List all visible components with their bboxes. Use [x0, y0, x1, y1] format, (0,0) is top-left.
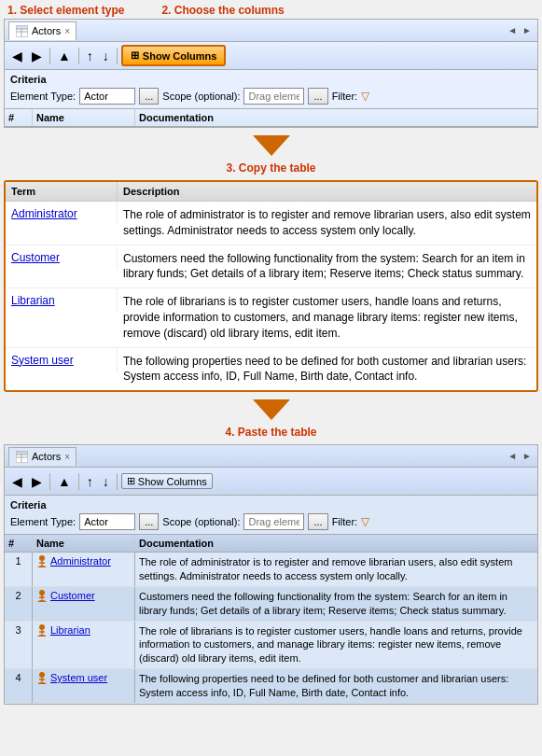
bottom-criteria-bar: Criteria Element Type: ... Scope (option… — [5, 496, 537, 535]
glossary-term[interactable]: Customer — [6, 245, 118, 270]
bottom-nav-next[interactable]: ► — [521, 450, 534, 462]
scope-input[interactable] — [243, 88, 304, 105]
table-header: # Name Documentation — [5, 109, 537, 127]
glossary-col-desc: Description — [118, 182, 536, 201]
criteria-row: Element Type: ... Scope (optional): ... … — [10, 88, 532, 105]
criteria-bar: Criteria Element Type: ... Scope (option… — [5, 70, 537, 109]
actor-icon — [36, 624, 48, 637]
bottom-element-type-input[interactable] — [79, 513, 135, 530]
filter-label: Filter: — [332, 91, 358, 102]
bottom-scope-label: Scope (optional): — [162, 516, 240, 527]
row-doc: The role of administrator is to register… — [135, 553, 537, 586]
show-columns-icon: ⊞ — [131, 49, 139, 62]
glossary-desc: The following properties need to be defi… — [118, 348, 536, 391]
tab-nav-prev[interactable]: ◄ — [506, 24, 519, 36]
bottom-actors-tab[interactable]: Actors × — [8, 447, 76, 466]
row-num: 2 — [5, 587, 33, 621]
row-doc: Customers need the following functionali… — [135, 587, 537, 621]
step2-label: 2. Choose the columns — [161, 4, 284, 17]
bottom-filter-icon: ▽ — [361, 515, 369, 528]
bottom-panel: Actors × ◄ ► ◀ ▶ ▲ ↑ ↓ ⊞ Show Columns Cr… — [4, 444, 538, 705]
tab-close-button[interactable]: × — [64, 26, 70, 36]
glossary-term[interactable]: Administrator — [6, 202, 118, 226]
scope-browse[interactable]: ... — [308, 88, 327, 105]
bottom-scope-browse[interactable]: ... — [308, 513, 327, 530]
svg-point-17 — [39, 672, 45, 678]
bottom-separator3 — [117, 473, 118, 490]
bottom-tab-close[interactable]: × — [64, 452, 70, 462]
table-row: 3 Librarian The role of librarians is to… — [5, 622, 537, 670]
up-button[interactable]: ▲ — [54, 46, 75, 66]
forward-button[interactable]: ▶ — [28, 46, 46, 66]
glossary-rows: Administrator The role of administrator … — [6, 202, 536, 390]
actor-name-link[interactable]: System user — [50, 672, 107, 683]
separator3 — [117, 48, 118, 64]
bottom-up-button[interactable]: ▲ — [54, 471, 75, 492]
row-name: Customer — [33, 587, 135, 621]
table-icon — [15, 24, 28, 37]
top-instructions: 1. Select element type 2. Choose the col… — [0, 0, 542, 19]
glossary-desc: The role of librarians is to register cu… — [118, 288, 536, 346]
svg-point-14 — [39, 624, 45, 630]
glossary-header: Term Description — [6, 182, 536, 202]
actor-name-link[interactable]: Librarian — [50, 624, 90, 636]
element-type-label: Element Type: — [10, 91, 76, 102]
bottom-element-type-label: Element Type: — [10, 516, 76, 527]
table-row: 4 System user The following properties n… — [5, 669, 537, 704]
bottom-back-button[interactable]: ◀ — [8, 471, 26, 492]
bottom-separator2 — [78, 473, 79, 490]
actors-tab[interactable]: Actors × — [8, 21, 76, 40]
row-doc: The role of librarians is to register cu… — [135, 622, 537, 669]
glossary-term[interactable]: System user — [6, 348, 118, 372]
glossary-col-term: Term — [6, 182, 118, 201]
show-columns-label: Show Columns — [143, 50, 216, 62]
glossary-row: Librarian The role of librarians is to r… — [6, 288, 536, 347]
bottom-forward-button[interactable]: ▶ — [28, 471, 46, 492]
actor-icon — [36, 672, 48, 685]
bottom-scope-input[interactable] — [243, 513, 304, 530]
col-doc: Documentation — [135, 109, 537, 126]
bottom-move-up-button[interactable]: ↑ — [83, 471, 97, 492]
table-row: 2 Customer Customers need the following … — [5, 587, 537, 622]
element-type-browse[interactable]: ... — [139, 88, 159, 105]
bottom-tab-bar: Actors × ◄ ► — [5, 445, 537, 468]
move-down-button[interactable]: ↓ — [99, 46, 113, 66]
col-num: # — [5, 109, 33, 126]
element-type-input[interactable] — [79, 88, 135, 105]
bottom-tab-nav: ◄ ► — [506, 450, 534, 462]
separator2 — [78, 48, 79, 64]
col-name: Name — [33, 109, 135, 126]
bottom-criteria-row: Element Type: ... Scope (optional): ... … — [10, 513, 532, 530]
actor-name-link[interactable]: Administrator — [50, 555, 111, 567]
bottom-element-type-browse[interactable]: ... — [139, 513, 159, 530]
bottom-separator1 — [49, 473, 50, 490]
show-columns-button[interactable]: ⊞ Show Columns — [121, 45, 226, 66]
glossary-row: System user The following properties nee… — [6, 348, 536, 391]
svg-point-11 — [39, 590, 45, 595]
glossary-row: Customer Customers need the following fu… — [6, 245, 536, 289]
row-num: 4 — [5, 669, 33, 703]
arrow1 — [0, 128, 542, 160]
bottom-move-down-button[interactable]: ↓ — [99, 471, 113, 492]
back-button[interactable]: ◀ — [8, 46, 26, 66]
toolbar: ◀ ▶ ▲ ↑ ↓ ⊞ Show Columns — [5, 42, 537, 70]
separator1 — [49, 48, 50, 64]
svg-rect-5 — [16, 451, 28, 455]
tab-nav-next[interactable]: ► — [521, 24, 534, 36]
bottom-nav-prev[interactable]: ◄ — [506, 450, 519, 462]
tab-bar: Actors × ◄ ► — [5, 20, 537, 42]
arrow-down-icon1 — [253, 135, 290, 156]
bottom-col-num: # — [5, 535, 33, 552]
step1-label: 1. Select element type — [7, 4, 124, 17]
bottom-show-columns-button[interactable]: ⊞ Show Columns — [121, 473, 213, 489]
glossary-term[interactable]: Librarian — [6, 288, 118, 313]
bottom-data-rows: 1 Administrator The role of administrato… — [5, 553, 537, 704]
tab-label: Actors — [32, 25, 61, 36]
step4-instruction: 4. Paste the table — [0, 424, 542, 444]
move-up-button[interactable]: ↑ — [83, 46, 97, 66]
top-panel: Actors × ◄ ► ◀ ▶ ▲ ↑ ↓ ⊞ Show Columns Cr… — [4, 19, 538, 128]
bottom-col-name: Name — [33, 535, 135, 552]
glossary-area: Term Description Administrator The role … — [4, 180, 538, 392]
actor-name-link[interactable]: Customer — [50, 590, 95, 601]
row-name: Administrator — [33, 553, 135, 586]
